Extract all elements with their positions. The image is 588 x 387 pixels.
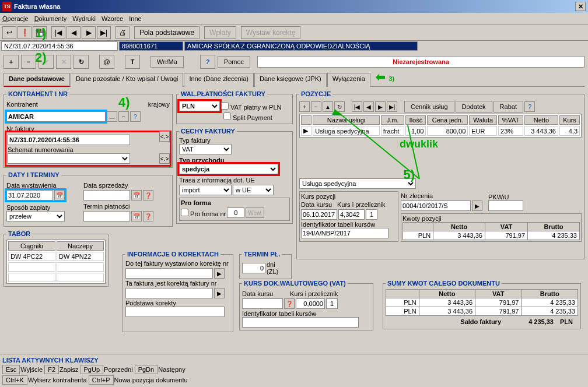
tb-wplaty[interactable]: Wpłaty <box>204 26 236 39</box>
waluta-select[interactable]: PLN <box>179 101 220 111</box>
poz-one[interactable] <box>366 209 377 220</box>
poz-datakursu[interactable] <box>301 209 337 220</box>
key-pgdn[interactable]: PgDn <box>135 365 158 374</box>
korekty-group: INFORMACJE O KOREKTACH Do tej faktury wy… <box>123 251 233 332</box>
key-esc[interactable]: Esc <box>2 365 20 374</box>
kontrahent-input[interactable] <box>6 111 106 122</box>
table-row[interactable]: ▶ Usługa spedycyjna fracht 1,00 800,00 E… <box>301 126 580 136</box>
tb-prev[interactable]: ◀ <box>66 26 80 39</box>
korekta2-input[interactable] <box>125 288 213 298</box>
close-button[interactable]: ✕ <box>575 2 586 11</box>
sposob-select[interactable]: przelew <box>6 211 65 221</box>
btn-cennik[interactable]: Cennik usług <box>404 101 454 112</box>
key-f2[interactable]: F2 <box>44 365 59 374</box>
tab-ksiegowe[interactable]: Dane księgowe (JPK) <box>254 73 327 87</box>
nr-nav[interactable]: <.> <box>159 131 170 142</box>
btn-wnma[interactable]: Wn/Ma <box>150 56 184 68</box>
proforma-check[interactable] <box>181 209 188 216</box>
tb-warn[interactable]: ❗ <box>18 26 32 39</box>
calendar-icon-3[interactable]: 📅 <box>131 211 142 221</box>
menu-dokumenty[interactable]: Dokumenty <box>34 15 67 22</box>
ue-select[interactable]: w UE <box>233 185 274 195</box>
table-row[interactable]: DW 4PC22 <box>8 252 55 261</box>
btn-rabat[interactable]: Rabat <box>494 101 523 112</box>
poz-plus[interactable]: + <box>299 101 310 112</box>
poz-ident[interactable] <box>301 228 388 238</box>
wew-btn[interactable]: Wew. <box>246 207 264 218</box>
key-ctrlp[interactable]: Ctrl+P <box>89 375 114 385</box>
kursdok-ident[interactable] <box>242 317 359 328</box>
tab-dane-podstawowe[interactable]: Dane podstawowe <box>4 73 70 87</box>
poz-minus[interactable]: − <box>311 101 321 112</box>
przychod-select[interactable]: spedycja <box>179 164 278 174</box>
poz-last[interactable]: ▶| <box>387 101 397 112</box>
menu-inne[interactable]: Inne <box>129 15 141 22</box>
kursdok-kurs[interactable] <box>296 298 325 309</box>
kontrahent-help[interactable]: ? <box>130 111 141 122</box>
nrzlec-go[interactable]: ▶ <box>472 200 482 211</box>
split-check[interactable] <box>223 112 231 120</box>
tb-last[interactable]: ▶| <box>97 26 111 39</box>
btn-minus[interactable]: − <box>21 55 36 69</box>
kursdok-one[interactable] <box>326 298 338 309</box>
btn-plus[interactable]: + <box>4 55 19 69</box>
poz-first[interactable]: |◀ <box>352 101 362 112</box>
tb-first[interactable]: |◀ <box>51 26 65 39</box>
calendar-icon[interactable]: 📅 <box>54 190 65 200</box>
key-ctrlk[interactable]: Ctrl+K <box>2 375 27 385</box>
kontrahent-minus[interactable]: − <box>118 111 129 122</box>
menu-operacje[interactable]: Operacje <box>2 15 29 22</box>
nr-faktury-input[interactable] <box>8 135 130 145</box>
proforma-nr[interactable] <box>227 207 244 218</box>
btn-check[interactable]: ✓ <box>38 55 54 69</box>
btn-at[interactable]: @ <box>99 55 114 69</box>
pozycja-select[interactable]: Usługa spedycyjna <box>299 178 416 189</box>
poz-prev[interactable]: ◀ <box>363 101 374 112</box>
btn-pomoc[interactable]: Pomoc <box>218 56 250 68</box>
poz-refresh[interactable]: ↻ <box>334 101 345 112</box>
korekta2-go[interactable]: ▶ <box>214 288 225 298</box>
window-title: Faktura własna <box>14 3 575 10</box>
nrzlec-input[interactable] <box>401 200 471 211</box>
podstawa-input[interactable] <box>125 307 225 317</box>
calendar-icon-2[interactable]: 📅 <box>131 190 142 200</box>
btn-x[interactable]: ✕ <box>56 55 71 69</box>
schemat-nav[interactable]: <.> <box>159 153 170 164</box>
data-wyst-input[interactable] <box>6 190 53 200</box>
kontrahent-lookup[interactable]: … <box>107 111 117 122</box>
help-icon-3[interactable]: ❓ <box>143 211 153 221</box>
btn-t[interactable]: T <box>125 55 140 69</box>
tb-back[interactable]: ↩ <box>2 26 16 39</box>
key-pgup[interactable]: PgUp <box>80 365 104 374</box>
korekta1-go[interactable]: ▶ <box>214 268 225 279</box>
menu-wzorce[interactable]: Wzorce <box>102 15 123 22</box>
tab-inne[interactable]: Inne (Dane zlecenia) <box>184 73 254 87</box>
poz-up[interactable]: ▲ <box>323 101 333 112</box>
termin-input[interactable] <box>83 211 130 221</box>
kursdok-data[interactable] <box>242 298 283 309</box>
korekta1-input[interactable] <box>125 268 213 279</box>
tb-korekta[interactable]: Wystaw korektę <box>241 26 301 39</box>
tb-next[interactable]: ▶ <box>82 26 96 39</box>
vat-pln-check[interactable] <box>221 102 229 110</box>
poz-next[interactable]: ▶ <box>375 101 386 112</box>
btn-refresh[interactable]: ↻ <box>74 55 89 69</box>
tb-pola[interactable]: Pola podstawowe <box>134 26 200 39</box>
tab-wylaczenia[interactable]: Wyłączenia <box>327 73 370 87</box>
tb-save[interactable]: 💾 <box>33 26 47 39</box>
poz-help[interactable]: ? <box>524 101 535 112</box>
tb-print[interactable]: 🖨 <box>116 26 130 39</box>
btn-dodatek[interactable]: Dodatek <box>456 101 492 112</box>
help-icon[interactable]: ? <box>200 55 215 69</box>
data-sprz-input[interactable] <box>83 190 130 200</box>
terminpl-input[interactable] <box>242 263 265 273</box>
menu-wydruki[interactable]: Wydruki <box>72 15 96 22</box>
help-icon-2[interactable]: ❓ <box>143 190 153 200</box>
typ-select[interactable]: VAT <box>179 144 232 154</box>
schemat-select[interactable] <box>8 153 130 164</box>
tab-dane-pozostale[interactable]: Dane pozostałe / Kto wpisał / Uwagi <box>71 73 183 87</box>
trasa-select[interactable]: import <box>179 185 232 195</box>
kursdok-help[interactable]: ❓ <box>284 298 295 309</box>
poz-kurs[interactable] <box>338 209 365 220</box>
pkwiu-input[interactable] <box>488 200 523 211</box>
